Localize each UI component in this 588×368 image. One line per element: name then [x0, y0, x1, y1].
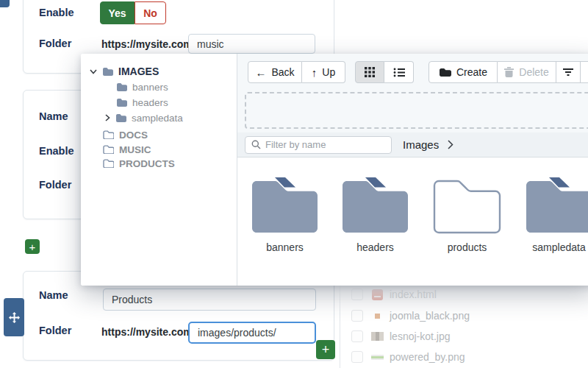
- search-icon: [251, 140, 261, 149]
- media-content-area: banners headers products sampledata: [237, 158, 588, 286]
- name-label: Name: [39, 110, 68, 122]
- file-row[interactable]: joomla_black.png: [340, 308, 470, 324]
- move-icon: [9, 312, 20, 323]
- back-button[interactable]: ← Back: [248, 61, 302, 83]
- folder-icon: [116, 82, 127, 91]
- create-button-label: Create: [456, 66, 487, 78]
- folder-name: headers: [340, 241, 411, 253]
- file-row[interactable]: lesnoj-kot.jpg: [340, 328, 451, 344]
- image-thumb-icon: [370, 314, 384, 319]
- name-label: Name: [39, 289, 68, 301]
- add-row-button-2[interactable]: +: [316, 340, 335, 359]
- folder-outline-icon: [103, 159, 114, 168]
- up-button[interactable]: ↑ Up: [302, 61, 345, 83]
- file-row[interactable]: index.html: [340, 286, 437, 302]
- folder-tile-headers[interactable]: headers: [340, 175, 411, 253]
- chevron-right-icon: [448, 140, 453, 149]
- folder-tile-sampledata[interactable]: sampledata: [523, 175, 588, 253]
- back-button-label: Back: [271, 66, 294, 78]
- tree-item-images[interactable]: IMAGES: [81, 64, 237, 79]
- file-name: index.html: [390, 289, 437, 300]
- trash-icon: [504, 67, 514, 77]
- tree-item-banners[interactable]: banners: [81, 79, 237, 94]
- folder-create-icon: [439, 68, 451, 77]
- file-checkbox[interactable]: [351, 310, 363, 322]
- delete-button-label: Delete: [519, 66, 548, 78]
- toggle-no-button[interactable]: No: [135, 1, 166, 24]
- nav-button-group: ← Back ↑ Up: [248, 61, 345, 83]
- tree-item-music[interactable]: MUSIC: [81, 142, 237, 157]
- tree-item-label: IMAGES: [118, 66, 159, 77]
- folder-icon: [102, 67, 113, 76]
- add-row-button[interactable]: +: [25, 239, 40, 254]
- file-name: powered_by.png: [390, 351, 465, 363]
- folder-label: Folder: [39, 179, 71, 191]
- file-name: joomla_black.png: [390, 310, 470, 322]
- file-checkbox[interactable]: [351, 330, 363, 342]
- media-picker-modal: IMAGES banners headers sampledata: [81, 54, 588, 286]
- breadcrumb-current[interactable]: Images: [403, 138, 439, 151]
- folder-outline-icon: [431, 175, 503, 236]
- file-checkbox[interactable]: [351, 289, 363, 300]
- search-field: [245, 136, 392, 154]
- folder-icon: [340, 175, 411, 236]
- folder-outline-icon: [103, 130, 114, 139]
- folder-outline-icon: [103, 145, 114, 154]
- file-row[interactable]: powered_by.png: [340, 349, 465, 365]
- arrow-left-icon: ←: [255, 67, 266, 78]
- photo-thumb-icon: [370, 332, 384, 341]
- folder-name: sampledata: [523, 241, 588, 253]
- tree-item-label: headers: [132, 97, 168, 108]
- drag-handle-partial[interactable]: [0, 0, 10, 7]
- tree-item-label: PRODUCTS: [119, 158, 175, 169]
- drag-handle[interactable]: [4, 298, 24, 336]
- folder-tree-panel: IMAGES banners headers sampledata: [81, 54, 237, 286]
- folder-icon: [116, 98, 127, 107]
- tree-item-label: MUSIC: [119, 144, 151, 155]
- grid-view-button[interactable]: [355, 61, 384, 83]
- tree-item-products[interactable]: PRODUCTS: [81, 156, 237, 171]
- delete-button[interactable]: Delete: [498, 61, 556, 83]
- tree-item-label: sampledata: [132, 113, 183, 124]
- folder-input-focused[interactable]: [188, 322, 316, 344]
- list-view-button[interactable]: [384, 61, 414, 83]
- tree-item-docs[interactable]: DOCS: [81, 127, 237, 142]
- filter-bar: Images: [237, 132, 588, 158]
- tree-item-label: banners: [132, 82, 168, 93]
- toggle-yes-button[interactable]: Yes: [100, 1, 135, 24]
- folder-label: Folder: [39, 38, 71, 49]
- create-button[interactable]: Create: [429, 61, 498, 83]
- chevron-down-icon[interactable]: [90, 69, 97, 74]
- list-icon: [393, 68, 405, 77]
- file-name: lesnoj-kot.jpg: [390, 330, 451, 342]
- tree-item-sampledata[interactable]: sampledata: [81, 110, 237, 125]
- more-button[interactable]: [581, 61, 588, 83]
- folder-icon: [249, 175, 320, 236]
- filter-button[interactable]: [556, 61, 581, 83]
- folder-label: Folder: [39, 325, 71, 336]
- chevron-right-icon[interactable]: [105, 114, 110, 121]
- folder-tile-products[interactable]: products: [431, 175, 503, 253]
- folder-tile-banners[interactable]: banners: [249, 175, 320, 253]
- folder-icon: [523, 175, 588, 236]
- url-prefix-text: https://mysite.com/: [101, 38, 196, 50]
- name-input[interactable]: [103, 289, 316, 311]
- folder-input-music[interactable]: [188, 34, 315, 54]
- url-prefix-text: https://mysite.com/: [101, 326, 196, 338]
- action-button-group: Create Delete: [429, 61, 588, 83]
- tree-item-headers[interactable]: headers: [81, 95, 237, 110]
- file-checkbox[interactable]: [351, 351, 363, 363]
- folder-icon: [115, 113, 126, 122]
- filter-input[interactable]: [265, 138, 395, 152]
- enable-label: Enable: [39, 145, 74, 157]
- arrow-up-icon: ↑: [312, 67, 318, 78]
- tree-item-label: DOCS: [119, 130, 148, 141]
- image-wide-icon: [370, 355, 384, 360]
- folder-name: banners: [249, 241, 320, 253]
- html-file-icon: [370, 289, 384, 300]
- background-file-list: index.html joomla_black.png lesnoj-kot.j…: [340, 282, 588, 368]
- upload-dropzone[interactable]: [245, 92, 588, 129]
- enable-label: Enable: [39, 7, 74, 18]
- folder-name: products: [431, 241, 503, 253]
- breadcrumb[interactable]: Images: [403, 138, 453, 151]
